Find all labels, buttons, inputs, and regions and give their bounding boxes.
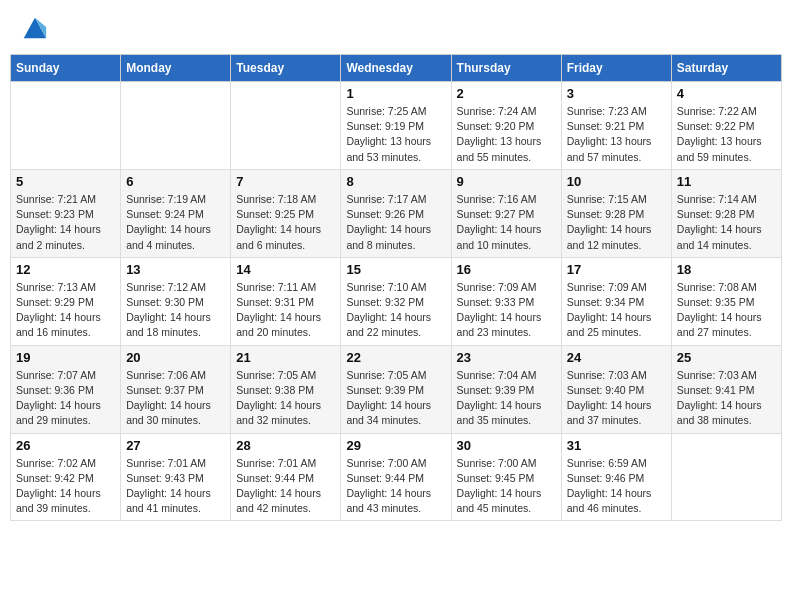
calendar-cell: 9Sunrise: 7:16 AM Sunset: 9:27 PM Daylig… — [451, 169, 561, 257]
day-number: 8 — [346, 174, 445, 189]
calendar-cell: 13Sunrise: 7:12 AM Sunset: 9:30 PM Dayli… — [121, 257, 231, 345]
weekday-header-sunday: Sunday — [11, 55, 121, 82]
day-number: 14 — [236, 262, 335, 277]
calendar-cell: 22Sunrise: 7:05 AM Sunset: 9:39 PM Dayli… — [341, 345, 451, 433]
day-info: Sunrise: 7:25 AM Sunset: 9:19 PM Dayligh… — [346, 104, 445, 165]
day-number: 17 — [567, 262, 666, 277]
calendar-cell: 28Sunrise: 7:01 AM Sunset: 9:44 PM Dayli… — [231, 433, 341, 521]
day-info: Sunrise: 7:08 AM Sunset: 9:35 PM Dayligh… — [677, 280, 776, 341]
day-number: 7 — [236, 174, 335, 189]
logo-icon — [20, 14, 48, 42]
day-number: 12 — [16, 262, 115, 277]
day-number: 5 — [16, 174, 115, 189]
calendar-cell: 31Sunrise: 6:59 AM Sunset: 9:46 PM Dayli… — [561, 433, 671, 521]
day-info: Sunrise: 7:05 AM Sunset: 9:38 PM Dayligh… — [236, 368, 335, 429]
calendar-cell: 16Sunrise: 7:09 AM Sunset: 9:33 PM Dayli… — [451, 257, 561, 345]
day-info: Sunrise: 7:02 AM Sunset: 9:42 PM Dayligh… — [16, 456, 115, 517]
day-info: Sunrise: 7:11 AM Sunset: 9:31 PM Dayligh… — [236, 280, 335, 341]
day-number: 16 — [457, 262, 556, 277]
calendar-cell: 27Sunrise: 7:01 AM Sunset: 9:43 PM Dayli… — [121, 433, 231, 521]
day-number: 23 — [457, 350, 556, 365]
day-info: Sunrise: 7:00 AM Sunset: 9:45 PM Dayligh… — [457, 456, 556, 517]
day-info: Sunrise: 7:01 AM Sunset: 9:44 PM Dayligh… — [236, 456, 335, 517]
day-number: 18 — [677, 262, 776, 277]
calendar-week-row: 19Sunrise: 7:07 AM Sunset: 9:36 PM Dayli… — [11, 345, 782, 433]
calendar-week-row: 1Sunrise: 7:25 AM Sunset: 9:19 PM Daylig… — [11, 82, 782, 170]
day-info: Sunrise: 7:09 AM Sunset: 9:33 PM Dayligh… — [457, 280, 556, 341]
day-info: Sunrise: 7:18 AM Sunset: 9:25 PM Dayligh… — [236, 192, 335, 253]
calendar-cell: 6Sunrise: 7:19 AM Sunset: 9:24 PM Daylig… — [121, 169, 231, 257]
calendar-header-row: SundayMondayTuesdayWednesdayThursdayFrid… — [11, 55, 782, 82]
calendar-cell: 29Sunrise: 7:00 AM Sunset: 9:44 PM Dayli… — [341, 433, 451, 521]
calendar-cell: 14Sunrise: 7:11 AM Sunset: 9:31 PM Dayli… — [231, 257, 341, 345]
day-info: Sunrise: 7:15 AM Sunset: 9:28 PM Dayligh… — [567, 192, 666, 253]
day-info: Sunrise: 6:59 AM Sunset: 9:46 PM Dayligh… — [567, 456, 666, 517]
day-number: 21 — [236, 350, 335, 365]
day-number: 6 — [126, 174, 225, 189]
calendar-cell — [231, 82, 341, 170]
day-number: 4 — [677, 86, 776, 101]
calendar-cell: 3Sunrise: 7:23 AM Sunset: 9:21 PM Daylig… — [561, 82, 671, 170]
calendar-table: SundayMondayTuesdayWednesdayThursdayFrid… — [10, 54, 782, 521]
calendar-cell: 20Sunrise: 7:06 AM Sunset: 9:37 PM Dayli… — [121, 345, 231, 433]
calendar-cell: 19Sunrise: 7:07 AM Sunset: 9:36 PM Dayli… — [11, 345, 121, 433]
calendar-cell: 26Sunrise: 7:02 AM Sunset: 9:42 PM Dayli… — [11, 433, 121, 521]
calendar-cell — [11, 82, 121, 170]
day-number: 22 — [346, 350, 445, 365]
day-info: Sunrise: 7:05 AM Sunset: 9:39 PM Dayligh… — [346, 368, 445, 429]
day-number: 1 — [346, 86, 445, 101]
calendar-cell — [671, 433, 781, 521]
calendar-cell: 21Sunrise: 7:05 AM Sunset: 9:38 PM Dayli… — [231, 345, 341, 433]
weekday-header-saturday: Saturday — [671, 55, 781, 82]
calendar-cell: 10Sunrise: 7:15 AM Sunset: 9:28 PM Dayli… — [561, 169, 671, 257]
calendar-cell: 30Sunrise: 7:00 AM Sunset: 9:45 PM Dayli… — [451, 433, 561, 521]
calendar-cell: 4Sunrise: 7:22 AM Sunset: 9:22 PM Daylig… — [671, 82, 781, 170]
day-number: 11 — [677, 174, 776, 189]
weekday-header-monday: Monday — [121, 55, 231, 82]
calendar-cell: 5Sunrise: 7:21 AM Sunset: 9:23 PM Daylig… — [11, 169, 121, 257]
day-info: Sunrise: 7:03 AM Sunset: 9:41 PM Dayligh… — [677, 368, 776, 429]
day-info: Sunrise: 7:03 AM Sunset: 9:40 PM Dayligh… — [567, 368, 666, 429]
day-number: 15 — [346, 262, 445, 277]
day-info: Sunrise: 7:10 AM Sunset: 9:32 PM Dayligh… — [346, 280, 445, 341]
day-info: Sunrise: 7:04 AM Sunset: 9:39 PM Dayligh… — [457, 368, 556, 429]
day-info: Sunrise: 7:24 AM Sunset: 9:20 PM Dayligh… — [457, 104, 556, 165]
weekday-header-friday: Friday — [561, 55, 671, 82]
day-info: Sunrise: 7:17 AM Sunset: 9:26 PM Dayligh… — [346, 192, 445, 253]
day-info: Sunrise: 7:01 AM Sunset: 9:43 PM Dayligh… — [126, 456, 225, 517]
calendar-cell: 17Sunrise: 7:09 AM Sunset: 9:34 PM Dayli… — [561, 257, 671, 345]
day-number: 20 — [126, 350, 225, 365]
calendar-cell: 24Sunrise: 7:03 AM Sunset: 9:40 PM Dayli… — [561, 345, 671, 433]
day-number: 29 — [346, 438, 445, 453]
day-number: 10 — [567, 174, 666, 189]
calendar-cell: 12Sunrise: 7:13 AM Sunset: 9:29 PM Dayli… — [11, 257, 121, 345]
calendar-week-row: 5Sunrise: 7:21 AM Sunset: 9:23 PM Daylig… — [11, 169, 782, 257]
weekday-header-thursday: Thursday — [451, 55, 561, 82]
day-number: 30 — [457, 438, 556, 453]
calendar-cell: 23Sunrise: 7:04 AM Sunset: 9:39 PM Dayli… — [451, 345, 561, 433]
day-number: 9 — [457, 174, 556, 189]
day-info: Sunrise: 7:14 AM Sunset: 9:28 PM Dayligh… — [677, 192, 776, 253]
day-number: 27 — [126, 438, 225, 453]
day-info: Sunrise: 7:07 AM Sunset: 9:36 PM Dayligh… — [16, 368, 115, 429]
calendar-cell: 8Sunrise: 7:17 AM Sunset: 9:26 PM Daylig… — [341, 169, 451, 257]
day-number: 19 — [16, 350, 115, 365]
day-number: 28 — [236, 438, 335, 453]
day-info: Sunrise: 7:21 AM Sunset: 9:23 PM Dayligh… — [16, 192, 115, 253]
calendar-cell: 25Sunrise: 7:03 AM Sunset: 9:41 PM Dayli… — [671, 345, 781, 433]
calendar-cell: 18Sunrise: 7:08 AM Sunset: 9:35 PM Dayli… — [671, 257, 781, 345]
page-header — [10, 10, 782, 46]
day-info: Sunrise: 7:23 AM Sunset: 9:21 PM Dayligh… — [567, 104, 666, 165]
calendar-cell: 11Sunrise: 7:14 AM Sunset: 9:28 PM Dayli… — [671, 169, 781, 257]
day-info: Sunrise: 7:16 AM Sunset: 9:27 PM Dayligh… — [457, 192, 556, 253]
day-number: 3 — [567, 86, 666, 101]
weekday-header-tuesday: Tuesday — [231, 55, 341, 82]
calendar-cell: 2Sunrise: 7:24 AM Sunset: 9:20 PM Daylig… — [451, 82, 561, 170]
day-number: 13 — [126, 262, 225, 277]
weekday-header-wednesday: Wednesday — [341, 55, 451, 82]
calendar-cell — [121, 82, 231, 170]
logo — [18, 14, 48, 42]
day-info: Sunrise: 7:06 AM Sunset: 9:37 PM Dayligh… — [126, 368, 225, 429]
day-info: Sunrise: 7:12 AM Sunset: 9:30 PM Dayligh… — [126, 280, 225, 341]
day-info: Sunrise: 7:09 AM Sunset: 9:34 PM Dayligh… — [567, 280, 666, 341]
